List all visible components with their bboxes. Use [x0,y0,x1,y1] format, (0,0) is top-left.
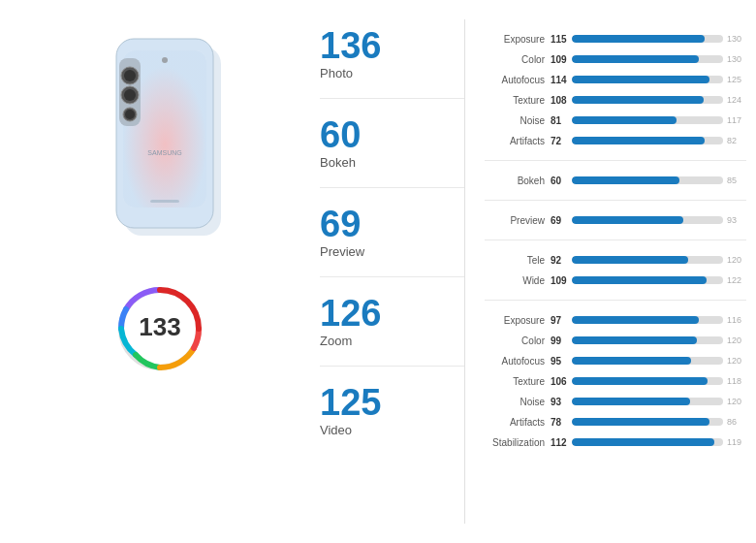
svg-point-9 [124,89,136,101]
bokeh-metrics: Bokeh 60 85 [485,161,746,201]
metric-bar-container [572,316,723,324]
metric-bar-fill [572,418,709,426]
metric-row: Autofocus 114 125 [485,71,746,88]
metric-label: Noise [485,397,551,407]
video-score: 125 [320,384,464,421]
photo-score-group: 136 Photo [320,19,464,99]
metric-value: 92 [551,255,572,266]
metric-value: 72 [551,136,572,146]
metric-max: 117 [727,115,746,125]
metric-max: 125 [727,75,746,84]
metric-bar-fill [572,438,714,446]
svg-point-7 [124,70,136,81]
metric-row: Texture 106 118 [485,372,746,390]
metric-bar-container [572,216,723,224]
metric-value: 99 [551,335,572,346]
svg-point-11 [125,110,135,119]
metric-max: 82 [727,136,746,145]
metric-max: 120 [727,397,746,406]
metric-bar-container [572,116,723,124]
badge-circle: 133 [116,285,204,372]
metric-max: 124 [727,95,746,105]
metric-bar-container [572,76,723,83]
metric-bar-fill [572,116,677,124]
metric-label: Texture [485,376,551,387]
metric-bar-fill [572,276,707,284]
metric-max: 120 [727,255,746,265]
metric-bar-fill [572,176,679,184]
metric-max: 130 [727,54,746,64]
zoom-score-group: 126 Zoom [320,277,464,367]
metric-value: 115 [551,34,572,45]
metric-max: 116 [727,315,746,325]
metric-bar-fill [572,76,709,83]
metric-bar-fill [572,137,705,144]
preview-score: 69 [320,206,464,242]
metric-label: Preview [485,215,551,226]
metric-bar-fill [572,55,699,63]
metric-row: Artifacts 72 82 [485,132,746,149]
metric-bar-container [572,336,723,344]
bokeh-score-group: 60 Bokeh [320,99,464,188]
bokeh-label: Bokeh [320,155,464,170]
metric-bar-container [572,256,723,264]
metric-row: Noise 93 120 [485,393,746,410]
metric-max: 86 [727,417,746,427]
metric-bar-container [572,377,723,385]
metric-label: Texture [485,95,551,106]
metric-row: Preview 69 93 [485,211,746,229]
video-score-group: 125 Video [320,367,464,455]
metric-value: 81 [551,115,572,126]
metric-label: Artifacts [485,136,551,146]
metric-label: Noise [485,115,551,126]
metric-label: Exposure [485,315,551,326]
metric-max: 85 [727,176,746,185]
metric-bar-fill [572,316,699,324]
metric-value: 109 [551,275,572,286]
left-panel: SAMSUNG [10,19,310,524]
metric-value: 114 [551,75,572,85]
metric-label: Tele [485,255,551,266]
video-label: Video [320,423,464,437]
metric-max: 120 [727,335,746,345]
svg-text:133: 133 [139,312,180,341]
metric-value: 97 [551,315,572,326]
metric-row: Noise 81 117 [485,112,746,129]
metric-label: Bokeh [485,176,551,186]
metric-max: 120 [727,356,746,366]
metric-bar-fill [572,336,697,344]
dxomark-badge: 133 [116,285,204,378]
metric-max: 118 [727,376,746,386]
metric-bar-container [572,35,723,43]
metric-label: Color [485,335,551,346]
metric-label: Exposure [485,34,551,45]
metric-value: 108 [551,95,572,106]
metric-label: Autofocus [485,75,551,85]
metric-bar-fill [572,256,688,264]
metric-value: 60 [551,176,572,186]
metric-label: Autofocus [485,356,551,367]
metric-row: Color 109 130 [485,50,746,68]
preview-score-group: 69 Preview [320,188,464,277]
metric-row: Bokeh 60 85 [485,172,746,189]
metric-row: Tele 92 120 [485,251,746,269]
metric-value: 109 [551,54,572,65]
photo-metrics: Exposure 115 130 Color 109 130 Autofocus… [485,19,746,161]
zoom-label: Zoom [320,334,464,348]
metric-row: Autofocus 95 120 [485,352,746,369]
metric-bar-fill [572,398,690,405]
metric-row: Texture 108 124 [485,91,746,109]
metric-bar-container [572,398,723,405]
metric-max: 119 [727,437,746,447]
video-metrics: Exposure 97 116 Color 99 120 Autofocus 9… [485,301,746,462]
svg-point-4 [162,57,168,63]
metric-bar-fill [572,377,708,385]
svg-rect-13 [150,200,179,203]
metric-bar-container [572,137,723,144]
preview-label: Preview [320,244,464,259]
right-panel: Exposure 115 130 Color 109 130 Autofocus… [465,19,746,524]
zoom-score: 126 [320,295,464,332]
metric-label: Stabilization [485,437,551,448]
zoom-metrics: Tele 92 120 Wide 109 122 [485,240,746,301]
metric-row: Artifacts 78 86 [485,413,746,431]
